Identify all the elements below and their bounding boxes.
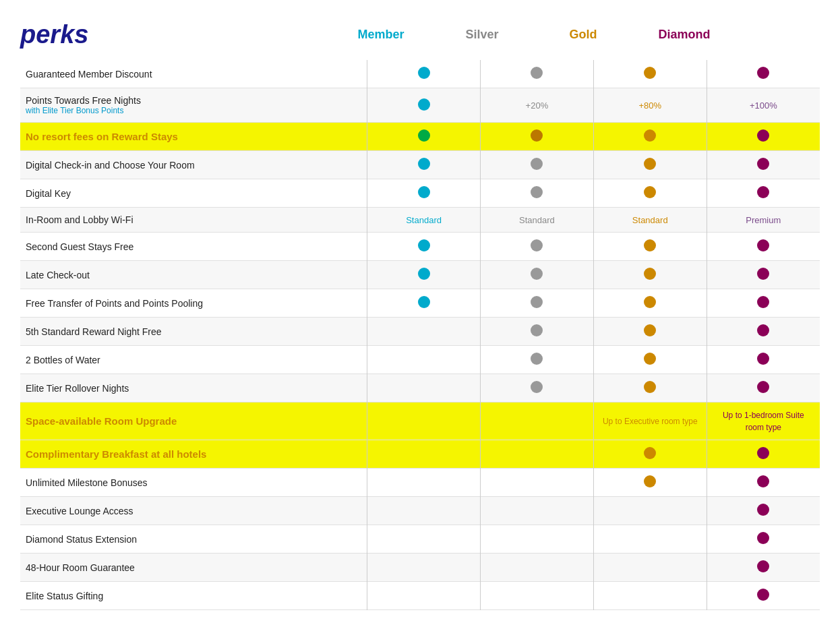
cell-lounge-access-member: [367, 497, 481, 525]
cell-second-guest-diamond: [707, 233, 820, 261]
cell-5th-night-member: [367, 318, 481, 346]
cell-5th-night-gold: [593, 318, 707, 346]
cell-wifi-member: Standard: [367, 208, 481, 233]
cell-points-towards-free-nights-member: [367, 88, 481, 123]
column-header-diamond: Diamond: [634, 28, 735, 42]
cell-room-upgrade-member: [367, 402, 481, 440]
cell-guaranteed-member-discount-member: [367, 60, 481, 88]
cell-points-towards-free-nights-silver: +20%: [481, 88, 594, 123]
table-row: Elite Status Gifting: [20, 582, 820, 610]
table-row: Free Transfer of Points and Points Pooli…: [20, 289, 820, 318]
cell-lounge-access-diamond: [707, 497, 820, 525]
cell-complimentary-breakfast-diamond: [707, 440, 820, 469]
cell-digital-checkin-member: [367, 151, 481, 179]
column-header-member: Member: [330, 28, 431, 42]
table-row: Unlimited Milestone Bonuses: [20, 469, 820, 497]
perk-name-guaranteed-member-discount: Guaranteed Member Discount: [20, 60, 367, 88]
cell-no-resort-fees-diamond: [707, 123, 820, 151]
cell-guaranteed-member-discount-diamond: [707, 60, 820, 88]
cell-points-towards-free-nights-gold: +80%: [593, 88, 707, 123]
cell-complimentary-breakfast-gold: [593, 440, 707, 469]
cell-digital-checkin-gold: [593, 151, 707, 179]
cell-complimentary-breakfast-silver: [481, 440, 594, 469]
cell-second-guest-silver: [481, 233, 594, 261]
cell-milestone-bonuses-diamond: [707, 469, 820, 497]
cell-rollover-nights-silver: [481, 374, 594, 402]
cell-digital-checkin-diamond: [707, 151, 820, 179]
table-header: perks Member Silver Gold Diamond: [20, 13, 820, 60]
perk-name-complimentary-breakfast: Complimentary Breakfast at all hotels: [20, 440, 367, 469]
cell-rollover-nights-diamond: [707, 374, 820, 402]
perk-name-room-upgrade: Space-available Room Upgrade: [20, 402, 367, 440]
cell-status-gifting-diamond: [707, 582, 820, 610]
table-row: Digital Check-in and Choose Your Room: [20, 151, 820, 179]
cell-water-bottles-member: [367, 346, 481, 374]
cell-points-transfer-diamond: [707, 289, 820, 318]
perk-name-water-bottles: 2 Bottles of Water: [20, 346, 367, 374]
perk-name-wifi: In-Room and Lobby Wi-Fi: [20, 208, 367, 233]
cell-no-resort-fees-gold: [593, 123, 707, 151]
table-row: Guaranteed Member Discount: [20, 60, 820, 88]
cell-complimentary-breakfast-member: [367, 440, 481, 469]
cell-room-upgrade-gold: Up to Executive room type: [593, 402, 707, 440]
cell-5th-night-silver: [481, 318, 594, 346]
perk-name-points-towards-free-nights: Points Towards Free Nightswith Elite Tie…: [20, 88, 367, 123]
table-row: Executive Lounge Access: [20, 497, 820, 525]
cell-second-guest-member: [367, 233, 481, 261]
page-title: perks: [20, 20, 330, 49]
table-row: Digital Key: [20, 179, 820, 208]
cell-status-gifting-member: [367, 582, 481, 610]
cell-milestone-bonuses-gold: [593, 469, 707, 497]
cell-late-checkout-member: [367, 261, 481, 289]
cell-milestone-bonuses-member: [367, 469, 481, 497]
cell-room-guarantee-gold: [593, 554, 707, 582]
cell-late-checkout-gold: [593, 261, 707, 289]
cell-room-upgrade-diamond: Up to 1-bedroom Suite room type: [707, 402, 820, 440]
cell-digital-checkin-silver: [481, 151, 594, 179]
table-row: 48-Hour Room Guarantee: [20, 554, 820, 582]
perk-name-room-guarantee: 48-Hour Room Guarantee: [20, 554, 367, 582]
cell-status-gifting-silver: [481, 582, 594, 610]
cell-points-transfer-silver: [481, 289, 594, 318]
cell-status-extension-diamond: [707, 525, 820, 554]
cell-late-checkout-diamond: [707, 261, 820, 289]
cell-status-extension-silver: [481, 525, 594, 554]
perk-name-lounge-access: Executive Lounge Access: [20, 497, 367, 525]
perk-name-status-extension: Diamond Status Extension: [20, 525, 367, 554]
cell-wifi-diamond: Premium: [707, 208, 820, 233]
perk-name-digital-checkin: Digital Check-in and Choose Your Room: [20, 151, 367, 179]
cell-5th-night-diamond: [707, 318, 820, 346]
cell-points-transfer-gold: [593, 289, 707, 318]
table-row: 5th Standard Reward Night Free: [20, 318, 820, 346]
cell-digital-key-member: [367, 179, 481, 208]
table-row: No resort fees on Reward Stays: [20, 123, 820, 151]
perk-name-5th-night: 5th Standard Reward Night Free: [20, 318, 367, 346]
cell-late-checkout-silver: [481, 261, 594, 289]
column-header-gold: Gold: [533, 28, 634, 42]
cell-status-extension-member: [367, 525, 481, 554]
cell-no-resort-fees-member: [367, 123, 481, 151]
table-row: Space-available Room UpgradeUp to Execut…: [20, 402, 820, 440]
cell-water-bottles-diamond: [707, 346, 820, 374]
cell-status-gifting-gold: [593, 582, 707, 610]
table-row: In-Room and Lobby Wi-FiStandardStandardS…: [20, 208, 820, 233]
cell-digital-key-gold: [593, 179, 707, 208]
cell-digital-key-diamond: [707, 179, 820, 208]
perk-name-status-gifting: Elite Status Gifting: [20, 582, 367, 610]
cell-water-bottles-silver: [481, 346, 594, 374]
perk-name-points-transfer: Free Transfer of Points and Points Pooli…: [20, 289, 367, 318]
cell-second-guest-gold: [593, 233, 707, 261]
cell-rollover-nights-member: [367, 374, 481, 402]
cell-rollover-nights-gold: [593, 374, 707, 402]
cell-points-towards-free-nights-diamond: +100%: [707, 88, 820, 123]
perk-name-digital-key: Digital Key: [20, 179, 367, 208]
cell-no-resort-fees-silver: [481, 123, 594, 151]
cell-points-transfer-member: [367, 289, 481, 318]
cell-lounge-access-silver: [481, 497, 594, 525]
page-container: perks Member Silver Gold Diamond Guarant…: [0, 0, 840, 624]
cell-wifi-silver: Standard: [481, 208, 594, 233]
table-row: 2 Bottles of Water: [20, 346, 820, 374]
table-row: Second Guest Stays Free: [20, 233, 820, 261]
table-row: Elite Tier Rollover Nights: [20, 374, 820, 402]
perk-name-rollover-nights: Elite Tier Rollover Nights: [20, 374, 367, 402]
